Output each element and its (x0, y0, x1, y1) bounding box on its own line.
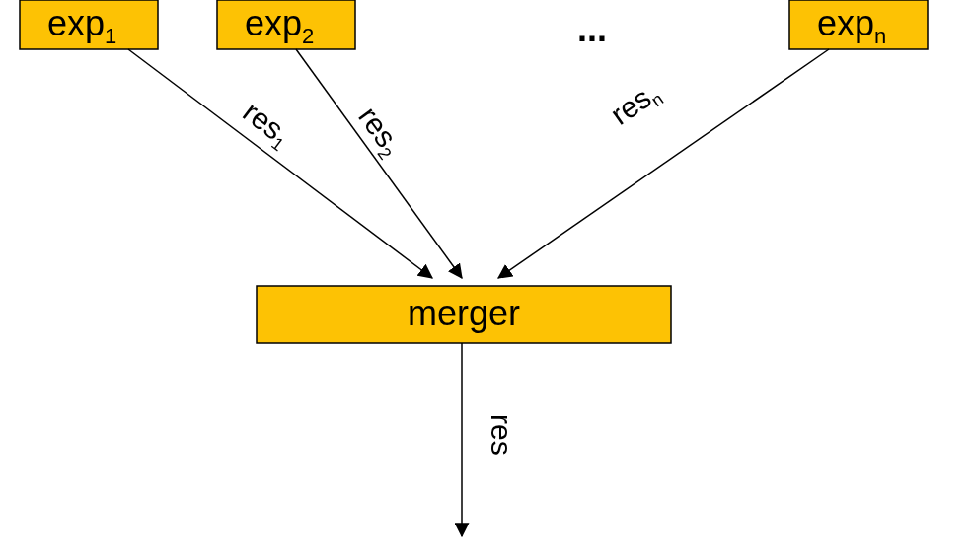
node-exp1: exp1 (20, 0, 158, 49)
expn-sub: n (874, 24, 886, 48)
label-resn: resn (605, 75, 668, 134)
merger-diagram: exp1 exp2 ... expn merger res1 res2 resn (0, 0, 971, 560)
exp1-sub: 1 (105, 24, 116, 48)
label-res2: res2 (349, 101, 409, 164)
exp1-base: exp (47, 3, 105, 43)
label-res1: res1 (235, 95, 298, 155)
label-res-out: res (486, 414, 518, 455)
edge-res1 (128, 49, 432, 278)
edge-resn (498, 49, 829, 278)
expn-base: exp (817, 3, 874, 43)
exp2-base: exp (245, 3, 302, 43)
ellipsis: ... (577, 9, 607, 49)
node-expn: expn (789, 0, 928, 49)
edge-res2 (296, 49, 462, 278)
node-exp2: exp2 (217, 0, 355, 49)
exp2-sub: 2 (302, 24, 314, 48)
merger-label: merger (408, 293, 520, 333)
node-merger: merger (257, 286, 671, 343)
